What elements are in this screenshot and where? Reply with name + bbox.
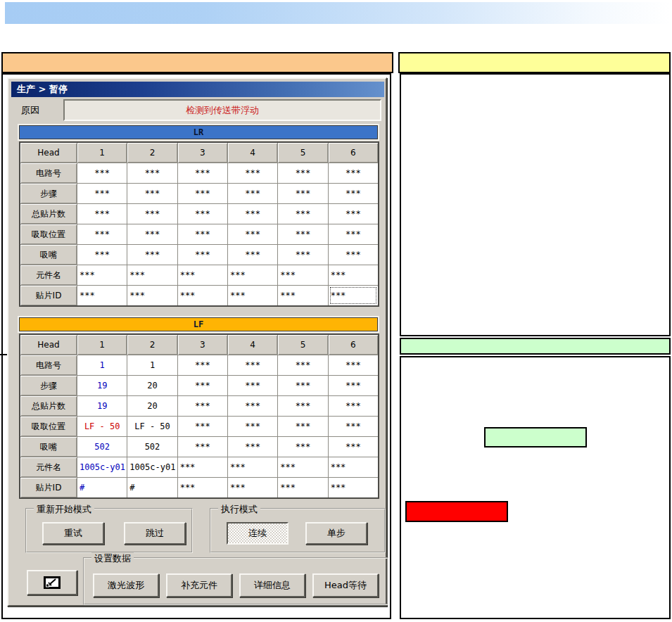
collapse-window-button[interactable] <box>27 570 77 595</box>
lf-head-col-1: 1 <box>77 335 127 355</box>
lf-value-cell[interactable]: *** <box>178 396 227 416</box>
lr-value-cell[interactable]: *** <box>127 204 177 224</box>
lf-value-cell[interactable]: *** <box>329 355 378 375</box>
lf-value-cell[interactable]: *** <box>278 437 327 457</box>
lf-value-cell[interactable]: 20 <box>127 376 177 395</box>
lf-value-cell[interactable]: *** <box>178 437 227 457</box>
lf-value-cell[interactable]: *** <box>278 417 327 436</box>
lf-value-cell[interactable]: *** <box>228 376 277 395</box>
lf-value-cell[interactable]: *** <box>278 376 327 395</box>
lr-value-cell[interactable]: *** <box>127 265 177 285</box>
lr-value-cell[interactable]: *** <box>178 184 227 203</box>
lr-value-cell[interactable]: *** <box>278 224 327 244</box>
lr-value-cell[interactable]: *** <box>228 245 277 265</box>
lf-value-cell[interactable]: *** <box>278 457 327 477</box>
collapse-window-icon <box>44 576 61 589</box>
lf-value-cell[interactable]: *** <box>178 355 227 375</box>
lr-value-cell[interactable]: *** <box>77 286 127 305</box>
lf-value-cell[interactable]: 1 <box>77 355 127 375</box>
lf-value-cell[interactable]: *** <box>228 478 277 497</box>
lf-value-cell[interactable]: *** <box>278 396 327 416</box>
lf-value-cell[interactable]: 502 <box>77 437 127 457</box>
restart-button-跳过[interactable]: 跳过 <box>124 522 186 545</box>
lf-section-bar: LF <box>19 317 378 331</box>
lf-value-cell[interactable]: *** <box>329 396 378 416</box>
lr-value-cell[interactable]: *** <box>77 163 127 183</box>
lf-value-cell[interactable]: *** <box>228 396 277 416</box>
lr-value-cell[interactable]: *** <box>329 163 378 183</box>
lf-head-col-6: 6 <box>329 335 378 355</box>
lr-value-cell[interactable]: *** <box>127 224 177 244</box>
lf-value-cell[interactable]: 19 <box>77 396 127 416</box>
lr-value-cell[interactable]: *** <box>228 286 277 305</box>
lr-value-cell[interactable]: *** <box>278 204 327 224</box>
lf-value-cell[interactable]: *** <box>178 457 227 477</box>
lr-value-cell[interactable]: *** <box>178 286 227 305</box>
lf-value-cell[interactable]: *** <box>228 417 277 436</box>
settings-button-激光波形[interactable]: 激光波形 <box>93 573 159 597</box>
lf-value-cell[interactable]: *** <box>278 478 327 497</box>
lf-value-cell[interactable]: 19 <box>77 376 127 395</box>
lf-value-cell[interactable]: *** <box>178 417 227 436</box>
lf-value-cell[interactable]: *** <box>278 355 327 375</box>
lr-value-cell[interactable]: *** <box>77 265 127 285</box>
lf-value-cell[interactable]: *** <box>228 457 277 477</box>
settings-button-详细信息[interactable]: 详细信息 <box>239 573 305 597</box>
lr-value-cell[interactable]: *** <box>178 245 227 265</box>
lf-value-cell[interactable]: LF - 50 <box>77 417 127 436</box>
lr-value-cell[interactable]: *** <box>329 265 378 285</box>
lr-value-cell[interactable]: *** <box>228 163 277 183</box>
lr-value-cell[interactable]: *** <box>127 245 177 265</box>
restart-button-重试[interactable]: 重试 <box>42 522 104 545</box>
lr-value-cell[interactable]: *** <box>278 286 327 305</box>
lr-value-cell[interactable]: *** <box>228 265 277 285</box>
lr-value-cell[interactable]: *** <box>178 224 227 244</box>
lf-value-cell[interactable]: LF - 50 <box>127 417 177 436</box>
lf-value-cell[interactable]: *** <box>329 478 378 497</box>
lr-value-cell[interactable]: *** <box>127 286 177 305</box>
lr-value-cell[interactable]: *** <box>278 163 327 183</box>
lf-value-cell[interactable]: *** <box>329 376 378 395</box>
settings-button-补充元件[interactable]: 补充元件 <box>166 573 232 597</box>
lr-value-cell[interactable]: *** <box>329 184 378 203</box>
lf-value-cell[interactable]: *** <box>228 437 277 457</box>
lf-value-cell[interactable]: 1005c-y01 <box>77 457 127 477</box>
lr-value-cell[interactable]: *** <box>329 286 378 305</box>
reason-field: 检测到传送带浮动 <box>63 99 381 121</box>
lf-value-cell[interactable]: # <box>77 478 127 497</box>
lr-value-cell[interactable]: *** <box>278 245 327 265</box>
lf-value-cell[interactable]: *** <box>329 437 378 457</box>
lr-value-cell[interactable]: *** <box>127 163 177 183</box>
lr-value-cell[interactable]: *** <box>77 184 127 203</box>
lr-value-cell[interactable]: *** <box>278 184 327 203</box>
lr-value-cell[interactable]: *** <box>329 204 378 224</box>
lr-value-cell[interactable]: *** <box>178 163 227 183</box>
lf-value-cell[interactable]: *** <box>329 457 378 477</box>
lf-value-cell[interactable]: 1005c-y01 <box>127 457 177 477</box>
lr-value-cell[interactable]: *** <box>329 245 378 265</box>
lr-value-cell[interactable]: *** <box>228 224 277 244</box>
lf-value-cell[interactable]: 502 <box>127 437 177 457</box>
lr-value-cell[interactable]: *** <box>178 265 227 285</box>
lr-head-col-1: 1 <box>77 143 127 163</box>
lf-value-cell[interactable]: *** <box>329 417 378 436</box>
lf-value-cell[interactable]: *** <box>178 478 227 497</box>
lr-value-cell[interactable]: *** <box>228 204 277 224</box>
lf-value-cell[interactable]: # <box>127 478 177 497</box>
lr-value-cell[interactable]: *** <box>329 224 378 244</box>
exec-button-连续[interactable]: 连续 <box>227 522 289 545</box>
right-green-row <box>400 338 671 355</box>
lr-value-cell[interactable]: *** <box>77 224 127 244</box>
exec-button-单步[interactable]: 单步 <box>305 522 367 545</box>
lr-value-cell[interactable]: *** <box>228 184 277 203</box>
settings-button-Head等待[interactable]: Head等待 <box>312 573 379 597</box>
lr-value-cell[interactable]: *** <box>127 184 177 203</box>
lr-value-cell[interactable]: *** <box>178 204 227 224</box>
lr-value-cell[interactable]: *** <box>77 245 127 265</box>
lf-value-cell[interactable]: *** <box>228 355 277 375</box>
lr-value-cell[interactable]: *** <box>77 204 127 224</box>
lf-value-cell[interactable]: 1 <box>127 355 177 375</box>
lf-value-cell[interactable]: 20 <box>127 396 177 416</box>
lf-value-cell[interactable]: *** <box>178 376 227 395</box>
lr-value-cell[interactable]: *** <box>278 265 327 285</box>
